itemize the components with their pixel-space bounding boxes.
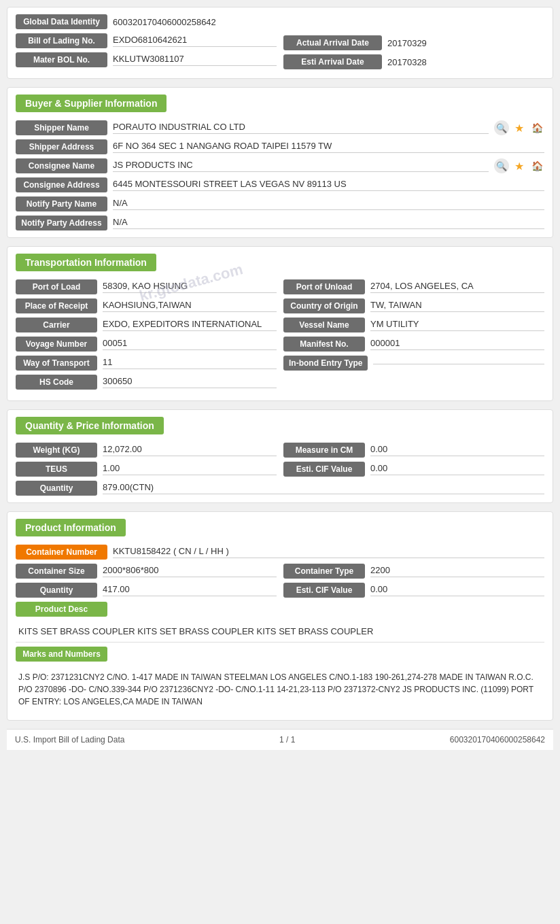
manifest-no-value: 000001 — [370, 338, 544, 350]
container-number-label: Container Number — [16, 545, 107, 560]
esti-arrival-date-label: Esti Arrival Date — [283, 54, 382, 69]
global-data-identity-label: Global Data Identity — [16, 14, 107, 29]
esti-cif-qp-label: Esti. CIF Value — [283, 462, 365, 477]
way-of-transport-value: 11 — [103, 357, 277, 369]
bill-of-lading-value: EXDO6810642621 — [113, 35, 277, 47]
quantity-qp-value: 879.00(CTN) — [103, 482, 544, 494]
notify-party-address-label: Notify Party Address — [16, 216, 107, 230]
place-receipt-label: Place of Receipt — [16, 298, 97, 313]
port-unload-label: Port of Unload — [283, 279, 365, 294]
esti-arrival-date-value: 20170328 — [387, 57, 544, 67]
mater-bol-value: KKLUTW3081107 — [113, 54, 277, 66]
vessel-name-label: Vessel Name — [283, 318, 365, 332]
buyer-supplier-header: Buyer & Supplier Information — [16, 95, 167, 112]
quantity-price-header: Quantity & Price Information — [16, 417, 164, 434]
quantity-pi-value: 417.00 — [103, 584, 277, 596]
product-desc-label: Product Desc — [16, 602, 107, 617]
quantity-pi-label: Quantity — [16, 583, 97, 598]
container-number-value: KKTU8158422 ( CN / L / HH ) — [113, 546, 544, 558]
shipper-address-label: Shipper Address — [16, 139, 107, 154]
consignee-search-icon[interactable]: 🔍 — [494, 158, 509, 173]
hs-code-value: 300650 — [103, 376, 277, 388]
weight-label: Weight (KG) — [16, 443, 97, 458]
teus-value: 1.00 — [103, 463, 277, 475]
notify-party-name-label: Notify Party Name — [16, 196, 107, 211]
actual-arrival-date-label: Actual Arrival Date — [283, 35, 382, 50]
quantity-qp-label: Quantity — [16, 481, 97, 496]
container-size-label: Container Size — [16, 564, 97, 579]
shipper-house-icon[interactable]: 🏠 — [529, 120, 544, 135]
consignee-name-value: JS PRODUCTS INC — [113, 160, 489, 172]
footer-center: 1 / 1 — [279, 735, 295, 745]
marks-numbers-text: J.S P/O: 2371231CNY2 C/NO. 1-417 MADE IN… — [16, 666, 544, 713]
container-size-value: 2000*806*800 — [103, 565, 277, 577]
port-unload-value: 2704, LOS ANGELES, CA — [370, 281, 544, 293]
measure-value: 0.00 — [370, 444, 544, 456]
consignee-address-value: 6445 MONTESSOURI STREET LAS VEGAS NV 891… — [113, 179, 544, 191]
shipper-star-icon[interactable]: ★ — [512, 120, 527, 135]
shipper-address-value: 6F NO 364 SEC 1 NANGANG ROAD TAIPEI 1157… — [113, 141, 544, 153]
vessel-name-value: YM UTILITY — [370, 319, 544, 331]
actual-arrival-date-value: 20170329 — [387, 38, 544, 48]
port-load-value: 58309, KAO HSIUNG — [103, 281, 277, 293]
carrier-label: Carrier — [16, 318, 97, 332]
container-type-label: Container Type — [283, 564, 365, 579]
esti-cif-pi-value: 0.00 — [370, 584, 544, 596]
weight-value: 12,072.00 — [103, 444, 277, 456]
inbond-entry-value — [373, 362, 544, 364]
consignee-house-icon[interactable]: 🏠 — [529, 158, 544, 173]
footer-left: U.S. Import Bill of Lading Data — [15, 735, 124, 745]
notify-party-name-value: N/A — [113, 198, 544, 210]
country-origin-value: TW, TAIWAN — [370, 300, 544, 312]
consignee-star-icon[interactable]: ★ — [512, 158, 527, 173]
esti-cif-pi-label: Esti. CIF Value — [283, 583, 365, 598]
shipper-name-label: Shipper Name — [16, 120, 107, 135]
footer-right: 600320170406000258642 — [450, 735, 545, 745]
product-info-header: Product Information — [16, 519, 126, 536]
esti-cif-qp-value: 0.00 — [370, 463, 544, 475]
port-load-label: Port of Load — [16, 279, 97, 294]
bill-of-lading-label: Bill of Lading No. — [16, 33, 107, 48]
hs-code-label: HS Code — [16, 375, 97, 390]
mater-bol-label: Mater BOL No. — [16, 52, 107, 67]
global-data-identity-value: 600320170406000258642 — [113, 17, 544, 27]
shipper-search-icon[interactable]: 🔍 — [494, 120, 509, 135]
voyage-number-value: 00051 — [103, 338, 277, 350]
consignee-name-label: Consignee Name — [16, 158, 107, 173]
way-of-transport-label: Way of Transport — [16, 356, 97, 371]
notify-party-address-value: N/A — [113, 217, 544, 229]
inbond-entry-label: In-bond Entry Type — [283, 356, 368, 371]
manifest-no-label: Manifest No. — [283, 337, 365, 352]
marks-numbers-label: Marks and Numbers — [16, 647, 107, 662]
teus-label: TEUS — [16, 462, 97, 477]
consignee-address-label: Consignee Address — [16, 177, 107, 192]
shipper-name-value: PORAUTO INDUSTRIAL CO LTD — [113, 122, 489, 134]
measure-label: Measure in CM — [283, 443, 365, 458]
voyage-number-label: Voyage Number — [16, 337, 97, 352]
transportation-header: Transportation Information — [16, 254, 156, 271]
place-receipt-value: KAOHSIUNG,TAIWAN — [103, 300, 277, 312]
container-type-value: 2200 — [370, 565, 544, 577]
carrier-value: EXDO, EXPEDITORS INTERNATIONAL — [103, 319, 277, 331]
country-origin-label: Country of Origin — [283, 298, 365, 313]
product-desc-text: KITS SET BRASS COUPLER KITS SET BRASS CO… — [16, 621, 544, 643]
